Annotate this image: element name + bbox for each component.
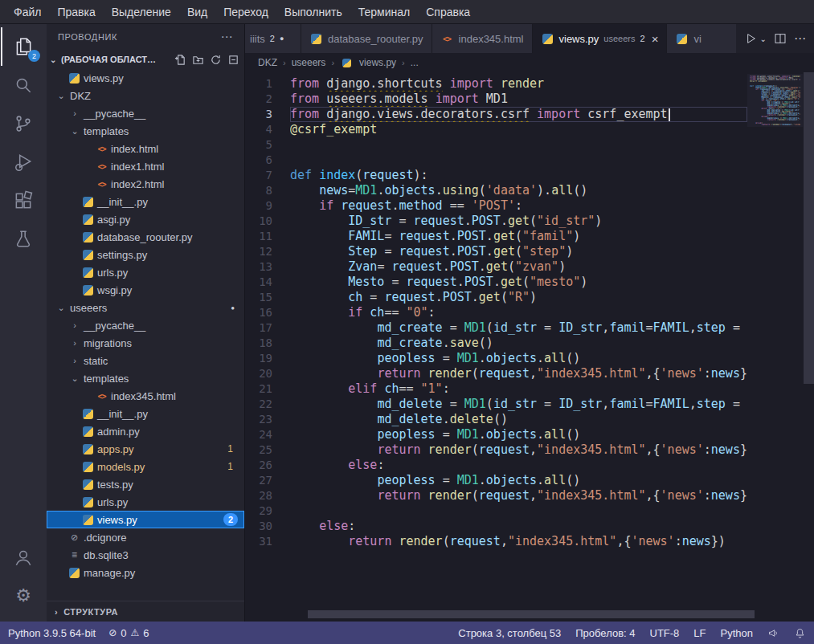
- cursor-position[interactable]: Строка 3, столбец 53: [458, 627, 561, 639]
- run-dropdown-icon[interactable]: ⌄: [760, 35, 767, 43]
- tab-vi[interactable]: vi: [667, 24, 735, 53]
- chevron-right-icon: ›: [68, 320, 81, 330]
- line-text: else:: [290, 458, 747, 473]
- chevron-right-icon: ›: [68, 108, 81, 118]
- tree-item-__init__.py[interactable]: __init__.py: [47, 193, 244, 210]
- breadcrumb: DKZ›useeers›views.py›...: [245, 53, 814, 72]
- tree-item-asgi.py[interactable]: asgi.py: [47, 210, 244, 228]
- tree-item-tests.py[interactable]: tests.py: [47, 475, 244, 493]
- tree-item-templates[interactable]: ⌄templates: [47, 369, 244, 387]
- tree-item-__pycache__[interactable]: ›__pycache__: [47, 104, 244, 122]
- workspace-section-header[interactable]: ⌄ (РАБОЧАЯ ОБЛАСТЬ) ...: [47, 50, 244, 69]
- settings-gear-icon[interactable]: ⚙: [1, 577, 46, 615]
- feedback-icon[interactable]: [767, 627, 779, 639]
- tree-item-wsgi.py[interactable]: wsgi.py: [47, 281, 244, 299]
- py-file-icon: [81, 250, 95, 260]
- tree-item-useeers[interactable]: ⌄useeers●: [47, 299, 244, 316]
- outline-section-header[interactable]: › СТРУКТУРА: [47, 601, 244, 622]
- tab-iiits[interactable]: iiits2●: [245, 24, 301, 53]
- breadcrumb-separator-icon: ›: [402, 58, 405, 67]
- tree-item-label: migrations: [84, 337, 132, 349]
- chevron-spacer: [55, 532, 67, 542]
- breadcrumb-item-DKZ[interactable]: DKZ: [258, 57, 277, 68]
- code-editor[interactable]: 1from django.shortcuts import render2fro…: [245, 72, 814, 622]
- close-icon[interactable]: ×: [652, 33, 659, 45]
- chevron-down-icon: ⌄: [55, 303, 67, 313]
- tab-database_roouter.py[interactable]: database_roouter.py: [301, 24, 432, 53]
- tree-item-index2.html[interactable]: <>index2.html: [47, 175, 244, 193]
- breadcrumb-item-views.py[interactable]: views.py: [359, 57, 396, 68]
- breadcrumb-item-...[interactable]: ...: [411, 57, 419, 68]
- tree-item-.dcignore[interactable]: ⊘.dcignore: [47, 528, 244, 546]
- tree-item-__init__.py[interactable]: __init__.py: [47, 405, 244, 422]
- menu-item-Выделение[interactable]: Выделение: [104, 3, 178, 21]
- problems-indicator[interactable]: ⊘ 0 ⚠ 6: [108, 627, 149, 639]
- tree-item-urls.py[interactable]: urls.py: [47, 493, 244, 511]
- status-left: Python 3.9.5 64-bit ⊘ 0 ⚠ 6: [8, 627, 149, 639]
- minimap[interactable]: from django.shortcuts import renderfrom …: [747, 74, 803, 127]
- account-icon[interactable]: [1, 538, 46, 577]
- split-editor-icon[interactable]: [774, 32, 787, 45]
- menu-item-Выполнить[interactable]: Выполнить: [277, 3, 350, 21]
- tree-item-DKZ[interactable]: ⌄DKZ: [47, 87, 244, 104]
- tree-item-migrations[interactable]: ›migrations: [47, 334, 244, 352]
- html-file-icon: <>: [95, 162, 108, 171]
- problems-badge: 2: [223, 513, 238, 526]
- encoding[interactable]: UTF-8: [650, 627, 680, 639]
- horizontal-scrollbar[interactable]: [308, 610, 755, 618]
- language-mode[interactable]: Python: [721, 627, 753, 639]
- py-file-icon: [81, 426, 95, 437]
- tree-item-apps.py[interactable]: apps.py1: [47, 440, 244, 458]
- new-folder-icon[interactable]: [192, 54, 204, 66]
- code-line-20: 20 return render(request,"index345.html"…: [245, 366, 747, 381]
- tab-label: vi: [693, 33, 701, 45]
- source-control-icon[interactable]: [1, 104, 46, 143]
- menu-item-Файл[interactable]: Файл: [6, 3, 48, 21]
- line-number: 25: [245, 442, 290, 458]
- tree-item-views.py[interactable]: views.py2: [47, 511, 244, 528]
- run-debug-icon[interactable]: [1, 143, 46, 181]
- tree-item-urls.py[interactable]: urls.py: [47, 263, 244, 281]
- more-actions-icon[interactable]: ⋯: [220, 30, 233, 44]
- tab-index345.html[interactable]: <>index345.html: [432, 24, 533, 53]
- menu-item-Правка[interactable]: Правка: [50, 3, 102, 21]
- tree-item-index345.html[interactable]: <>index345.html: [47, 387, 244, 405]
- tree-item-database_roouter.py[interactable]: database_roouter.py: [47, 228, 244, 246]
- notifications-bell-icon[interactable]: [794, 627, 806, 639]
- eol-selector[interactable]: LF: [693, 627, 706, 639]
- explorer-icon[interactable]: 2: [1, 27, 46, 66]
- tree-item-admin.py[interactable]: admin.py: [47, 422, 244, 440]
- warning-count: 6: [143, 627, 149, 639]
- testing-icon[interactable]: [1, 220, 46, 259]
- line-number: 13: [245, 259, 290, 275]
- menu-item-Переход[interactable]: Переход: [216, 3, 276, 21]
- menu-item-Вид[interactable]: Вид: [180, 3, 215, 21]
- new-file-icon[interactable]: [174, 54, 186, 66]
- collapse-all-icon[interactable]: [227, 54, 239, 66]
- tree-item-settings.py[interactable]: settings.py: [47, 246, 244, 263]
- tree-item-index1.html[interactable]: <>index1.html: [47, 157, 244, 175]
- line-text: peopless = MD1.objects.all(): [290, 351, 747, 366]
- indentation[interactable]: Пробелов: 4: [575, 627, 635, 639]
- tree-item-manage.py[interactable]: manage.py: [47, 564, 244, 581]
- refresh-icon[interactable]: [210, 54, 222, 66]
- extensions-icon[interactable]: [1, 181, 46, 220]
- tree-item-models.py[interactable]: models.py1: [47, 458, 244, 475]
- tree-item-db.sqlite3[interactable]: ≡db.sqlite3: [47, 546, 244, 564]
- tree-item-__pycache__[interactable]: ›__pycache__: [47, 316, 244, 334]
- tree-item-views.py[interactable]: views.py: [47, 69, 244, 87]
- search-icon[interactable]: [1, 66, 46, 104]
- tree-item-templates[interactable]: ⌄templates: [47, 122, 244, 140]
- tree-item-index.html[interactable]: <>index.html: [47, 140, 244, 157]
- tree-item-static[interactable]: ›static: [47, 352, 244, 369]
- python-version[interactable]: Python 3.9.5 64-bit: [8, 627, 96, 639]
- vertical-scrollbar[interactable]: [804, 72, 814, 384]
- menu-item-Терминал[interactable]: Терминал: [351, 3, 417, 21]
- tab-views.py[interactable]: views.pyuseeers2×: [533, 24, 668, 53]
- py-file-icon: [541, 34, 554, 44]
- run-button[interactable]: [744, 32, 757, 45]
- menu-item-Справка[interactable]: Справка: [419, 3, 477, 21]
- breadcrumb-item-useeers[interactable]: useeers: [292, 57, 326, 68]
- tree-item-label: templates: [84, 125, 129, 137]
- editor-more-icon[interactable]: ⋯: [794, 31, 806, 46]
